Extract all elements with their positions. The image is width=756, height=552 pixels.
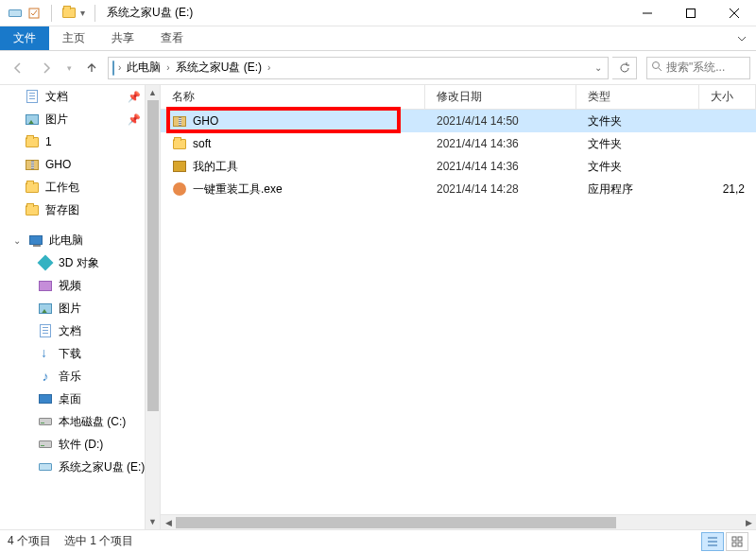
sidebar-item[interactable]: 系统之家U盘 (E:) <box>0 456 160 478</box>
file-name: 一键重装工具.exe <box>193 181 283 198</box>
sidebar-item[interactable]: 暂存图 <box>0 198 160 221</box>
sidebar-item[interactable]: 软件 (D:) <box>0 433 160 456</box>
breadcrumb-root[interactable]: 此电脑 <box>125 58 163 78</box>
content-area: 名称 修改日期 类型 大小 GHO2021/4/14 14:50文件夹soft2… <box>161 85 756 529</box>
column-headers: 名称 修改日期 类型 大小 <box>161 85 756 110</box>
scrollbar-thumb[interactable] <box>147 100 159 411</box>
sidebar-this-pc[interactable]: ⌄此电脑 <box>0 229 160 251</box>
scroll-left-icon[interactable]: ◀ <box>161 515 176 529</box>
folder-icon <box>25 134 40 149</box>
svg-rect-2 <box>687 9 696 17</box>
file-row[interactable]: soft2021/4/14 14:36文件夹 <box>161 132 756 155</box>
chevron-right-icon[interactable]: › <box>164 62 171 73</box>
chevron-right-icon[interactable]: › <box>266 62 272 73</box>
up-button[interactable] <box>79 56 104 80</box>
column-name[interactable]: 名称 <box>161 85 425 109</box>
scroll-down-icon[interactable]: ▼ <box>146 514 160 529</box>
sidebar-item[interactable]: 图片 <box>0 297 160 319</box>
breadcrumb-current[interactable]: 系统之家U盘 (E:) <box>174 58 264 78</box>
window-title: 系统之家U盘 (E:) <box>105 5 193 21</box>
status-count: 4 个项目 <box>8 533 51 549</box>
pic-icon <box>38 301 53 316</box>
sidebar-item-label: 图片 <box>45 112 68 128</box>
chevron-right-icon[interactable]: › <box>116 62 123 73</box>
sidebar-item[interactable]: 桌面 <box>0 388 160 410</box>
sidebar-item[interactable]: 图片📌 <box>0 108 160 130</box>
chevron-down-icon: ⌄ <box>13 235 23 246</box>
forward-button[interactable] <box>34 56 59 80</box>
scrollbar-thumb[interactable] <box>176 517 616 528</box>
minimize-button[interactable] <box>626 0 669 26</box>
sidebar-item[interactable]: 音乐 <box>0 365 160 388</box>
horizontal-scrollbar[interactable]: ◀ ▶ <box>161 514 756 529</box>
sidebar-item[interactable]: 本地磁盘 (C:) <box>0 410 160 433</box>
doc-icon <box>38 323 53 338</box>
ribbon-expand-icon[interactable] <box>728 26 756 50</box>
tab-share[interactable]: 共享 <box>98 26 147 50</box>
file-row[interactable]: 我的工具2021/4/14 14:36文件夹 <box>161 155 756 178</box>
svg-line-6 <box>659 68 662 71</box>
sidebar-item[interactable]: 文档📌 <box>0 85 160 108</box>
sidebar-item-label: 文档 <box>45 89 68 105</box>
sidebar-item[interactable]: GHO <box>0 153 160 176</box>
address-bar[interactable]: › 此电脑 › 系统之家U盘 (E:) › ⌄ <box>108 57 609 79</box>
refresh-button[interactable] <box>612 57 637 79</box>
zip-icon <box>25 157 40 172</box>
search-input[interactable]: 搜索"系统... <box>646 57 750 79</box>
qat-properties-icon[interactable] <box>26 6 42 21</box>
qat-dropdown-icon[interactable]: ▾ <box>80 8 85 18</box>
sidebar-item-label: 工作包 <box>45 180 79 196</box>
sidebar-item[interactable]: 1 <box>0 130 160 153</box>
view-details-button[interactable] <box>701 532 724 551</box>
tab-file[interactable]: 文件 <box>0 26 49 50</box>
sidebar-item[interactable]: 3D 对象 <box>0 251 160 274</box>
usb-icon <box>38 459 53 474</box>
sidebar-item[interactable]: 工作包 <box>0 176 160 198</box>
column-date[interactable]: 修改日期 <box>425 85 576 109</box>
sidebar: 文档📌图片📌1GHO工作包暂存图⌄此电脑3D 对象视频图片文档下载音乐桌面本地磁… <box>0 85 161 529</box>
sidebar-item[interactable]: 下载 <box>0 342 160 365</box>
sidebar-scrollbar[interactable]: ▲ ▼ <box>145 85 160 529</box>
tab-home[interactable]: 主页 <box>49 26 98 50</box>
sidebar-item-label: 下载 <box>59 346 81 362</box>
file-date: 2021/4/14 14:50 <box>425 114 576 128</box>
drive-icon <box>38 437 53 452</box>
search-placeholder: 搜索"系统... <box>666 60 725 76</box>
obj3d-icon <box>38 255 53 270</box>
file-row[interactable]: GHO2021/4/14 14:50文件夹 <box>161 110 756 132</box>
sidebar-item[interactable]: 视频 <box>0 274 160 297</box>
folder-icon <box>25 202 40 217</box>
sidebar-item-label: 1 <box>45 135 52 148</box>
pic-icon <box>25 112 40 127</box>
sidebar-item-label: 音乐 <box>59 369 81 385</box>
file-name: soft <box>193 137 211 150</box>
file-row[interactable]: 一键重装工具.exe2021/4/14 14:28应用程序21,2 <box>161 178 756 200</box>
column-type[interactable]: 类型 <box>576 85 699 109</box>
desk-icon <box>38 391 53 406</box>
svg-rect-12 <box>732 543 736 546</box>
view-icons-button[interactable] <box>726 532 748 551</box>
file-type: 文件夹 <box>576 113 699 129</box>
svg-rect-13 <box>738 543 742 546</box>
status-selected: 选中 1 个项目 <box>64 533 133 549</box>
doc-icon <box>25 89 40 104</box>
navbar: ▾ › 此电脑 › 系统之家U盘 (E:) › ⌄ 搜索"系统... <box>0 51 756 85</box>
sidebar-item[interactable]: 文档 <box>0 319 160 342</box>
sidebar-item-label: 视频 <box>59 278 81 294</box>
close-button[interactable] <box>713 0 756 26</box>
column-size[interactable]: 大小 <box>699 85 756 109</box>
folder-icon <box>172 136 187 151</box>
maximize-button[interactable] <box>669 0 713 26</box>
drive-icon <box>38 414 53 429</box>
recent-dropdown-icon[interactable]: ▾ <box>62 56 76 80</box>
scroll-right-icon[interactable]: ▶ <box>741 515 756 529</box>
file-date: 2021/4/14 14:28 <box>425 182 576 196</box>
scroll-up-icon[interactable]: ▲ <box>146 85 160 100</box>
tab-view[interactable]: 查看 <box>147 26 197 50</box>
status-bar: 4 个项目 选中 1 个项目 <box>0 529 756 552</box>
sidebar-item-label: GHO <box>45 158 71 171</box>
sidebar-item-label: 系统之家U盘 (E:) <box>59 459 145 475</box>
back-button[interactable] <box>6 56 30 80</box>
address-dropdown-icon[interactable]: ⌄ <box>594 62 608 73</box>
qat-folder-icon[interactable] <box>61 6 77 21</box>
